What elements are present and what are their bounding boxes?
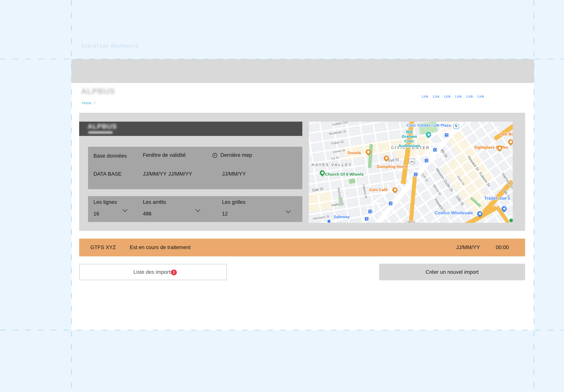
grids-value: 12 [222,211,228,217]
brand-logo-blurred: ALPBUS [88,123,117,130]
bart-station-icon: b [453,124,459,129]
transit-stop-icon [445,133,449,137]
stops-value: 486 [143,211,151,217]
transit-stop-icon [389,202,393,205]
guide-horizontal-top [0,59,564,59]
col-header-fenetre-validite: Fenêtre de validité [143,152,186,158]
transit-stop-icon [425,159,428,163]
map-poi-label: Dumpling Home [377,164,408,169]
grids-dropdown[interactable]: Les grilles 12 [222,196,291,222]
map-area-label: HAYES VALLEY [312,163,352,167]
dashboard-page: ALPBUS Home / Link Link Link Link Link L… [71,59,534,330]
transit-stop-icon [365,217,369,221]
col-header-base-donnees: Base données [93,153,127,159]
database-info-table: Base données Fenêtre de validité Dernièr… [88,147,302,189]
guide-horizontal-bottom [0,330,564,331]
patricias-green [349,178,356,184]
map-poi-label: Safeway [333,214,350,219]
last-mep-value: JJ/MM/YY [222,171,246,177]
clock-icon [212,153,217,157]
lines-dropdown[interactable]: Les lignes 16 [93,196,138,222]
transit-stop-icon [433,148,437,152]
imports-count-badge: 1 [171,269,177,275]
network-map[interactable]: HAYES VALLEYCIVIC CENTERGolden GatMcAlli… [309,122,513,223]
map-dot-pin [509,218,513,223]
breadcrumb-home-link[interactable]: Home [82,101,92,105]
brand-bar: ALPBUS [79,122,302,136]
breadcrumb-separator: / [94,101,95,105]
import-date: JJ/MM/YY [456,238,480,256]
stops-dropdown[interactable]: Les arrêts 486 [143,196,201,222]
design-canvas: Itération Dashboard ALPBUS Home / Link L… [0,0,564,392]
nav-link-5[interactable]: Link [466,94,473,98]
nav-link-6[interactable]: Link [478,94,484,98]
breadcrumb: Home / [82,101,95,105]
list-imports-button[interactable]: Liste des imports 1 [79,264,227,280]
chevron-down-icon [195,207,200,212]
brand-tagline-blurred [88,131,113,134]
stops-label: Les arrêts [143,199,166,205]
create-import-label: Créer un nouvel import [426,269,479,275]
import-name: GTFS XYZ [90,238,116,256]
validity-start-value: JJ/MM/YY [143,171,167,177]
map-poi-label: Bill Graham Civic Auditorium [399,129,420,148]
nav-link-2[interactable]: Link [433,94,440,98]
map-poi-label: Civic Center / UN Plaza [407,123,451,127]
nav-link-4[interactable]: Link [455,94,462,98]
map-poi-label: Costco Wholesale [435,210,473,215]
map-poi-label: Souvla [347,150,361,155]
nav-link-3[interactable]: Link [444,94,451,98]
app-logo-blurred: ALPBUS [81,87,115,96]
top-gray-band [71,59,534,83]
network-summary-panel: ALPBUS Base données Fenêtre de validité … [79,113,525,231]
map-dot-pin [327,219,331,223]
nav-link-1[interactable]: Link [422,94,428,98]
create-import-button[interactable]: Créer un nouvel import [379,264,525,280]
transit-stop-icon [414,173,418,176]
import-time: 00:00 [496,238,509,256]
route-101-shield: 101 [408,159,415,165]
database-name-value: DATA BASE [93,171,122,177]
stats-table: Les lignes 16 Les arrêts 486 Les grilles… [88,196,302,222]
list-imports-label: Liste des imports [133,269,173,275]
grids-label: Les grilles [222,199,246,205]
chevron-down-icon [286,208,291,213]
map-poi-label: Sightglass Coffee [474,145,509,150]
import-status-banner[interactable]: GTFS XYZ Est en cours de traitement JJ/M… [79,238,525,256]
lines-value: 16 [93,211,99,217]
map-poi-label: Trader Joe's [484,196,510,200]
map-poi-label: Church Of 8 Wheels [325,172,364,176]
map-poi-label: Deli Boa [500,132,513,136]
transit-stop-icon [368,210,372,213]
chevron-down-icon [123,207,127,212]
col-header-derniere-mep: Dernière mep [220,152,252,158]
import-status-message: Est en cours de traitement [130,238,191,256]
header-nav: Link Link Link Link Link Link [422,94,557,98]
frame-label: Itération Dashboard [82,43,138,49]
lines-label: Les lignes [93,199,117,205]
map-poi-label: Zuni Café [369,187,387,192]
validity-end-value: JJ/MM/YY [168,171,192,177]
